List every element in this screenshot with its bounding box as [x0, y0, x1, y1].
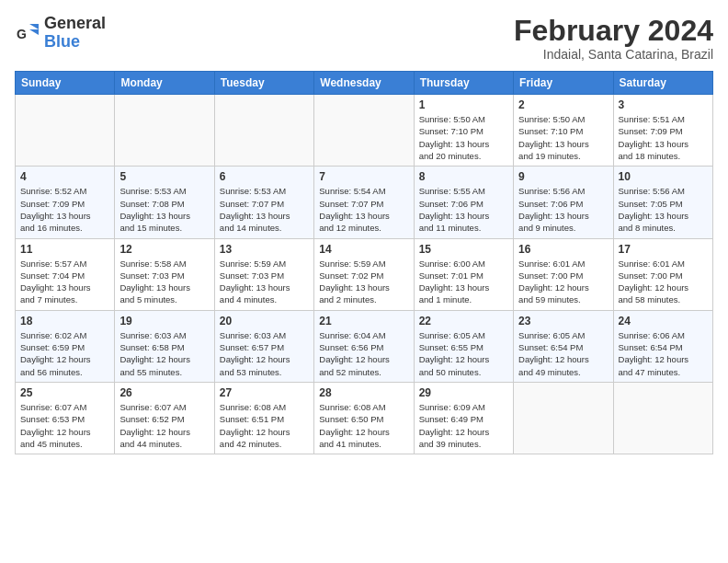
header-friday: Friday [514, 72, 613, 95]
calendar-cell [613, 382, 712, 454]
day-number: 16 [518, 243, 608, 256]
calendar-cell [115, 95, 214, 167]
day-info: Sunrise: 6:04 AM Sunset: 6:56 PM Dayligh… [319, 329, 408, 378]
logo-icon: G [15, 20, 40, 46]
week-row-0: 1Sunrise: 5:50 AM Sunset: 7:10 PM Daylig… [16, 95, 713, 167]
day-number: 9 [518, 170, 608, 183]
calendar-cell: 5Sunrise: 5:53 AM Sunset: 7:08 PM Daylig… [115, 167, 214, 238]
day-number: 26 [119, 386, 209, 399]
calendar-cell: 16Sunrise: 6:01 AM Sunset: 7:00 PM Dayli… [514, 238, 613, 310]
header-wednesday: Wednesday [314, 72, 414, 95]
day-number: 7 [319, 170, 408, 183]
day-info: Sunrise: 6:07 AM Sunset: 6:53 PM Dayligh… [20, 401, 109, 450]
calendar-cell: 11Sunrise: 5:57 AM Sunset: 7:04 PM Dayli… [16, 238, 115, 310]
header-saturday: Saturday [613, 72, 712, 95]
header-thursday: Thursday [414, 72, 513, 95]
day-info: Sunrise: 6:02 AM Sunset: 6:59 PM Dayligh… [20, 329, 109, 378]
calendar-cell: 4Sunrise: 5:52 AM Sunset: 7:09 PM Daylig… [16, 167, 115, 238]
day-number: 12 [119, 243, 209, 256]
calendar-cell: 6Sunrise: 5:53 AM Sunset: 7:07 PM Daylig… [214, 167, 313, 238]
location-subtitle: Indaial, Santa Catarina, Brazil [514, 47, 713, 62]
calendar-cell: 20Sunrise: 6:03 AM Sunset: 6:57 PM Dayli… [214, 310, 313, 382]
day-number: 24 [619, 315, 708, 327]
calendar-cell: 18Sunrise: 6:02 AM Sunset: 6:59 PM Dayli… [16, 310, 115, 382]
calendar-cell: 21Sunrise: 6:04 AM Sunset: 6:56 PM Dayli… [314, 310, 414, 382]
calendar-cell: 10Sunrise: 5:56 AM Sunset: 7:05 PM Dayli… [613, 167, 712, 238]
calendar-table: SundayMondayTuesdayWednesdayThursdayFrid… [15, 71, 713, 454]
day-number: 21 [319, 315, 408, 327]
calendar-cell: 24Sunrise: 6:06 AM Sunset: 6:54 PM Dayli… [613, 310, 712, 382]
calendar-cell: 29Sunrise: 6:09 AM Sunset: 6:49 PM Dayli… [414, 382, 513, 454]
day-number: 4 [20, 170, 109, 183]
logo: G General Blue [15, 15, 106, 52]
day-info: Sunrise: 5:56 AM Sunset: 7:05 PM Dayligh… [619, 185, 708, 234]
svg-marker-2 [29, 29, 39, 35]
day-info: Sunrise: 6:01 AM Sunset: 7:00 PM Dayligh… [518, 258, 608, 306]
calendar-cell: 25Sunrise: 6:07 AM Sunset: 6:53 PM Dayli… [16, 382, 115, 454]
day-number: 2 [518, 98, 608, 111]
calendar-cell: 28Sunrise: 6:08 AM Sunset: 6:50 PM Dayli… [314, 382, 414, 454]
header-monday: Monday [115, 72, 214, 95]
calendar-header-row: SundayMondayTuesdayWednesdayThursdayFrid… [16, 72, 713, 95]
calendar-cell: 23Sunrise: 6:05 AM Sunset: 6:54 PM Dayli… [514, 310, 613, 382]
week-row-4: 25Sunrise: 6:07 AM Sunset: 6:53 PM Dayli… [16, 382, 713, 454]
day-info: Sunrise: 6:08 AM Sunset: 6:50 PM Dayligh… [319, 401, 408, 450]
day-info: Sunrise: 6:03 AM Sunset: 6:57 PM Dayligh… [220, 329, 309, 378]
day-number: 18 [20, 315, 109, 327]
calendar-cell: 22Sunrise: 6:05 AM Sunset: 6:55 PM Dayli… [414, 310, 513, 382]
calendar-cell [214, 95, 313, 167]
calendar-cell [514, 382, 613, 454]
calendar-body: 1Sunrise: 5:50 AM Sunset: 7:10 PM Daylig… [16, 95, 713, 454]
day-info: Sunrise: 5:57 AM Sunset: 7:04 PM Dayligh… [20, 258, 109, 306]
day-number: 28 [319, 386, 408, 399]
day-info: Sunrise: 5:53 AM Sunset: 7:07 PM Dayligh… [220, 185, 309, 234]
day-info: Sunrise: 6:07 AM Sunset: 6:52 PM Dayligh… [119, 401, 209, 450]
calendar-cell: 2Sunrise: 5:50 AM Sunset: 7:10 PM Daylig… [514, 95, 613, 167]
day-info: Sunrise: 5:50 AM Sunset: 7:10 PM Dayligh… [518, 113, 608, 162]
day-number: 8 [419, 170, 508, 183]
day-info: Sunrise: 5:55 AM Sunset: 7:06 PM Dayligh… [419, 185, 508, 234]
day-number: 10 [619, 170, 708, 183]
day-info: Sunrise: 5:54 AM Sunset: 7:07 PM Dayligh… [319, 185, 408, 234]
calendar-cell: 14Sunrise: 5:59 AM Sunset: 7:02 PM Dayli… [314, 238, 414, 310]
week-row-2: 11Sunrise: 5:57 AM Sunset: 7:04 PM Dayli… [16, 238, 713, 310]
day-number: 13 [220, 243, 309, 256]
day-info: Sunrise: 5:53 AM Sunset: 7:08 PM Dayligh… [119, 185, 209, 234]
day-info: Sunrise: 6:03 AM Sunset: 6:58 PM Dayligh… [119, 329, 209, 378]
day-number: 17 [619, 243, 708, 256]
header-sunday: Sunday [16, 72, 115, 95]
day-info: Sunrise: 6:05 AM Sunset: 6:54 PM Dayligh… [518, 329, 608, 378]
logo-text: General Blue [44, 15, 106, 52]
day-number: 5 [119, 170, 209, 183]
page-header: G General Blue February 2024 Indaial, Sa… [15, 15, 713, 62]
calendar-cell: 15Sunrise: 6:00 AM Sunset: 7:01 PM Dayli… [414, 238, 513, 310]
day-number: 25 [20, 386, 109, 399]
day-info: Sunrise: 5:59 AM Sunset: 7:02 PM Dayligh… [319, 258, 408, 306]
day-info: Sunrise: 6:08 AM Sunset: 6:51 PM Dayligh… [220, 401, 309, 450]
day-info: Sunrise: 6:09 AM Sunset: 6:49 PM Dayligh… [419, 401, 508, 450]
week-row-3: 18Sunrise: 6:02 AM Sunset: 6:59 PM Dayli… [16, 310, 713, 382]
calendar-cell: 27Sunrise: 6:08 AM Sunset: 6:51 PM Dayli… [214, 382, 313, 454]
day-number: 1 [419, 98, 508, 111]
calendar-cell: 1Sunrise: 5:50 AM Sunset: 7:10 PM Daylig… [414, 95, 513, 167]
day-info: Sunrise: 5:56 AM Sunset: 7:06 PM Dayligh… [518, 185, 608, 234]
day-number: 3 [619, 98, 708, 111]
day-info: Sunrise: 5:58 AM Sunset: 7:03 PM Dayligh… [119, 258, 209, 306]
day-number: 27 [220, 386, 309, 399]
day-number: 23 [518, 315, 608, 327]
day-number: 11 [20, 243, 109, 256]
calendar-cell: 12Sunrise: 5:58 AM Sunset: 7:03 PM Dayli… [115, 238, 214, 310]
day-info: Sunrise: 6:06 AM Sunset: 6:54 PM Dayligh… [619, 329, 708, 378]
day-info: Sunrise: 5:52 AM Sunset: 7:09 PM Dayligh… [20, 185, 109, 234]
calendar-cell [314, 95, 414, 167]
day-number: 22 [419, 315, 508, 327]
day-info: Sunrise: 6:01 AM Sunset: 7:00 PM Dayligh… [619, 258, 708, 306]
day-info: Sunrise: 5:50 AM Sunset: 7:10 PM Dayligh… [419, 113, 508, 162]
day-number: 19 [119, 315, 209, 327]
calendar-cell: 26Sunrise: 6:07 AM Sunset: 6:52 PM Dayli… [115, 382, 214, 454]
svg-text:G: G [17, 27, 27, 41]
day-number: 15 [419, 243, 508, 256]
title-block: February 2024 Indaial, Santa Catarina, B… [514, 15, 713, 62]
header-tuesday: Tuesday [214, 72, 313, 95]
calendar-cell: 8Sunrise: 5:55 AM Sunset: 7:06 PM Daylig… [414, 167, 513, 238]
